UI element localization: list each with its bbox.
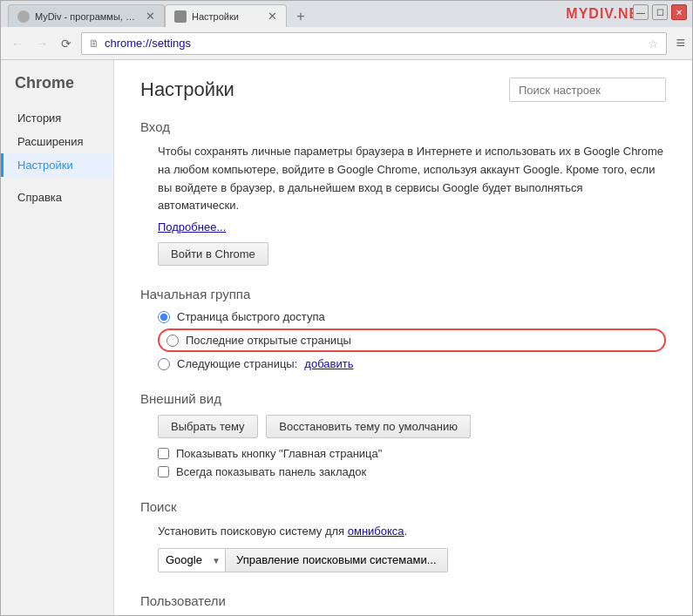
tab-settings[interactable]: Настройки ✕ [165,4,287,27]
title-bar: MyDiv - программы, игр... ✕ Настройки ✕ … [1,1,692,27]
show-home-btn-label: Показывать кнопку "Главная страница" [176,447,382,460]
close-button[interactable]: ✕ [671,4,687,20]
startup-option-quick-access: Страница быстрого доступа [158,310,666,323]
search-section-title: Поиск [140,499,666,514]
tab-close-settings[interactable]: ✕ [268,10,277,22]
appearance-section-body: Выбрать тему Восстановить тему по умолча… [140,415,666,478]
tab-label-mydiv: MyDiv - программы, игр... [35,11,140,22]
sidebar-item-settings[interactable]: Настройки [1,153,113,177]
new-tab-button[interactable]: + [290,6,311,27]
search-engine-select[interactable]: Google Yandex Bing [158,548,226,572]
startup-radio-last-pages[interactable] [166,335,179,347]
settings-panel: Настройки Вход Чтобы сохранять личные па… [114,60,692,615]
manage-search-engines-button[interactable]: Управление поисковыми системами... [226,548,448,572]
reload-button[interactable]: ⟳ [57,34,76,53]
search-desc-suffix: . [404,525,408,538]
address-input-wrap[interactable]: 🗎 chrome://settings ☆ [81,32,667,55]
startup-option-following: Следующие страницы: добавить [158,357,666,370]
search-engine-row: Google Yandex Bing ▼ Управление поисковы… [158,548,666,572]
startup-label-last-pages: Последние открытые страницы [186,334,351,347]
back-button[interactable]: ← [8,34,27,53]
startup-radio-group: Страница быстрого доступа Последние откр… [140,310,666,370]
search-desc-prefix: Установить поисковую систему для [158,525,348,538]
show-home-btn-checkbox[interactable] [158,448,169,459]
startup-label-following: Следующие страницы: [177,357,297,370]
tab-close-mydiv[interactable]: ✕ [146,10,155,22]
signin-button[interactable]: Войти в Chrome [158,242,268,266]
settings-header: Настройки [140,78,666,102]
tab-mydiv[interactable]: MyDiv - программы, игр... ✕ [8,4,165,27]
search-section-body: Установить поисковую систему для омнибок… [140,523,666,572]
address-bar: ← → ⟳ 🗎 chrome://settings ☆ ≡ [1,27,692,60]
window-controls: — ☐ ✕ [633,4,687,20]
bookmark-star-icon[interactable]: ☆ [648,37,659,51]
section-startup: Начальная группа Страница быстрого досту… [140,287,666,370]
appearance-section-title: Внешний вид [140,391,666,406]
page-icon: 🗎 [89,37,99,50]
users-section-title: Пользователи [140,593,666,608]
search-engine-select-wrap: Google Yandex Bing ▼ [158,548,226,572]
search-input[interactable] [509,78,666,102]
restore-theme-button[interactable]: Восстановить тему по умолчанию [266,415,471,438]
minimize-button[interactable]: — [633,4,649,20]
section-appearance: Внешний вид Выбрать тему Восстановить те… [140,391,666,478]
forward-button[interactable]: → [32,34,51,53]
browser-frame: MyDiv - программы, игр... ✕ Настройки ✕ … [0,0,693,616]
maximize-button[interactable]: ☐ [652,4,668,20]
omnibox-link[interactable]: омнибокса [348,525,404,538]
tab-favicon-mydiv [17,10,30,23]
startup-radio-quick-access[interactable] [158,311,170,323]
startup-option-last-pages: Последние открытые страницы [158,328,666,352]
login-section-body: Чтобы сохранять личные параметры браузер… [140,143,666,266]
menu-icon[interactable]: ≡ [676,34,685,52]
startup-add-link[interactable]: добавить [304,357,353,370]
sidebar: Chrome История Расширения Настройки Спра… [1,60,114,615]
show-bookmarks-item: Всегда показывать панель закладок [158,465,666,478]
address-url: chrome://settings [105,37,642,50]
login-learn-more-link[interactable]: Подробнее... [158,220,226,234]
section-login: Вход Чтобы сохранять личные параметры бр… [140,119,666,266]
choose-theme-button[interactable]: Выбрать тему [158,415,258,438]
sidebar-brand: Chrome [1,74,113,106]
login-section-title: Вход [140,119,666,134]
section-search: Поиск Установить поисковую систему для о… [140,499,666,572]
sidebar-item-history[interactable]: История [1,106,113,130]
sidebar-item-extensions[interactable]: Расширения [1,130,113,153]
startup-label-quick-access: Страница быстрого доступа [177,310,325,323]
content-area: Chrome История Расширения Настройки Спра… [1,60,692,615]
login-description: Чтобы сохранять личные параметры браузер… [158,143,666,215]
tab-favicon-settings [174,10,187,23]
startup-section-title: Начальная группа [140,287,666,301]
startup-radio-following[interactable] [158,358,170,370]
show-bookmarks-label: Всегда показывать панель закладок [176,465,366,478]
search-description: Установить поисковую систему для омнибок… [158,523,666,541]
page-title: Настройки [140,78,234,101]
tab-label-settings: Настройки [192,11,262,22]
show-bookmarks-checkbox[interactable] [158,466,169,477]
show-home-btn-item: Показывать кнопку "Главная страница" [158,447,666,460]
sidebar-item-help[interactable]: Справка [1,186,113,209]
sidebar-divider [1,177,113,186]
section-users: Пользователи [140,593,666,608]
